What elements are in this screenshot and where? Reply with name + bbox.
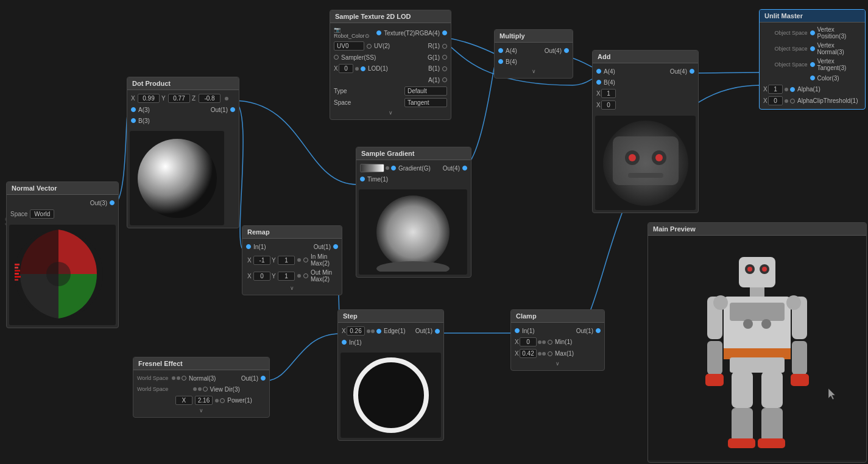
uv-row: UV0 UV(2) R(1) (330, 40, 451, 52)
type-dropdown[interactable]: Default (404, 86, 447, 96)
port-out[interactable] (690, 69, 694, 74)
space-dropdown[interactable]: World (30, 209, 54, 219)
gradient-row: Gradient(G) Out(4) (356, 163, 471, 174)
port-viewdir-in[interactable] (203, 387, 208, 392)
a-row: A(4) Out(4) (495, 45, 573, 56)
time-row: Time(1) (356, 174, 471, 185)
port-in[interactable] (246, 244, 251, 249)
port-b-in[interactable] (131, 118, 136, 123)
b-row: B(4) (593, 77, 698, 88)
svg-rect-38 (732, 408, 753, 441)
space-row: Space World (7, 208, 118, 220)
port-in[interactable] (515, 328, 520, 333)
input-b-row: B(3) (127, 115, 239, 126)
port-out[interactable] (110, 200, 115, 205)
port-gradient[interactable] (391, 166, 396, 170)
port-texture[interactable] (376, 30, 381, 35)
clamp-header: Clamp (511, 310, 604, 323)
gradient-bar[interactable] (360, 164, 384, 172)
port-normal-in[interactable] (182, 376, 186, 381)
normal-vector-node: Normal Vector Out(3) Space World (6, 181, 119, 328)
xyz-row: X 0.99 Y 0.77 Z -0.8 (127, 93, 239, 104)
port-a[interactable] (498, 48, 503, 53)
port-a-out[interactable] (442, 77, 447, 82)
x-value[interactable]: 0.99 (138, 94, 160, 103)
svg-rect-37 (761, 371, 783, 408)
port-g[interactable] (442, 55, 447, 60)
port-outminmax[interactable] (303, 273, 308, 278)
add-node: Add A(4) Out(4) B(4) X 1 X 0 (592, 50, 699, 213)
svg-rect-29 (730, 357, 785, 373)
sample-gradient-node: Sample Gradient Gradient(G) Out(4) Time(… (356, 147, 471, 278)
space-row: Space Tangent (330, 97, 451, 108)
port-b[interactable] (498, 59, 503, 64)
outminmax-row: X 0 Y 1 Out Min Max(2) (242, 268, 342, 284)
expand-arrow[interactable]: ∨ (133, 406, 269, 415)
space-dropdown[interactable]: Tangent (404, 98, 447, 107)
power-val[interactable]: 2.16 (195, 396, 213, 405)
texture-row: 📷Robot_Color⊙ Texture(T2) RGBA(4) (330, 26, 451, 40)
inminmax-row: X -1 Y 1 In Min Max(2) (242, 252, 342, 268)
svg-rect-5 (15, 270, 20, 272)
svg-point-10 (376, 261, 450, 272)
dot-handle (225, 97, 228, 100)
port-time[interactable] (360, 177, 365, 181)
svg-rect-36 (732, 371, 753, 408)
svg-point-9 (376, 195, 450, 269)
port-sampler[interactable] (334, 55, 339, 60)
port-out[interactable] (435, 329, 440, 334)
port-max[interactable] (548, 351, 552, 356)
port-b[interactable] (442, 66, 447, 71)
texture-expand[interactable]: ∨ (330, 108, 451, 117)
port-out[interactable] (230, 107, 235, 112)
svg-rect-31 (707, 341, 722, 374)
port-min[interactable] (548, 340, 552, 345)
port-out[interactable] (596, 328, 601, 333)
svg-rect-41 (758, 438, 785, 448)
port-color[interactable] (810, 76, 815, 80)
y-value[interactable]: 0.77 (168, 94, 190, 103)
port-uv[interactable] (367, 44, 372, 49)
port-vertex-tan[interactable] (810, 62, 815, 67)
port-b[interactable] (596, 80, 601, 85)
svg-rect-27 (730, 303, 785, 321)
fresnel-header: Fresnel Effect (133, 357, 269, 370)
clamp-expand[interactable]: ∨ (511, 359, 604, 368)
remap-node: Remap In(1) Out(1) X -1 Y 1 In Min Max(2… (242, 225, 342, 295)
max-row: X 0.42 Max(1) (511, 348, 604, 359)
port-vertex-pos[interactable] (810, 30, 815, 35)
sphere-preview (135, 136, 220, 221)
z-value[interactable]: -0.8 (199, 94, 221, 103)
svg-point-17 (629, 154, 636, 161)
a-row: A(4) Out(4) (593, 66, 698, 77)
port-power-in[interactable] (220, 398, 225, 403)
svg-rect-25 (750, 287, 764, 297)
multiply-header: Multiply (495, 30, 573, 43)
x1-row: X 1 (593, 88, 698, 99)
port-a-in[interactable] (131, 107, 136, 112)
viewdir-row: World Space View Dir(3) (133, 384, 269, 395)
port-inminmax[interactable] (303, 258, 308, 262)
power-value[interactable]: X (175, 396, 192, 405)
port-rgba[interactable] (442, 30, 447, 35)
port-alpha-clip[interactable] (790, 99, 795, 104)
in-row: In(1) Out(1) (511, 325, 604, 336)
step-node: Step X 0.26 Edge(1) Out(1) In(1) (337, 309, 444, 441)
port-lod[interactable] (361, 66, 365, 71)
uv-dropdown[interactable]: UV0 (334, 41, 364, 51)
multiply-expand[interactable]: ∨ (495, 67, 573, 76)
port-edge[interactable] (376, 329, 381, 334)
port-out[interactable] (564, 48, 569, 53)
port-out[interactable] (462, 166, 467, 170)
svg-rect-8 (15, 279, 18, 281)
port-vertex-norm[interactable] (810, 46, 815, 51)
port-in[interactable] (342, 340, 347, 345)
port-out[interactable] (261, 376, 266, 381)
port-r[interactable] (442, 44, 447, 49)
svg-rect-3 (15, 264, 19, 265)
remap-expand[interactable]: ∨ (242, 284, 342, 292)
svg-point-43 (761, 319, 771, 329)
port-alpha[interactable] (790, 87, 795, 92)
port-out[interactable] (333, 244, 338, 249)
port-a[interactable] (596, 69, 601, 74)
